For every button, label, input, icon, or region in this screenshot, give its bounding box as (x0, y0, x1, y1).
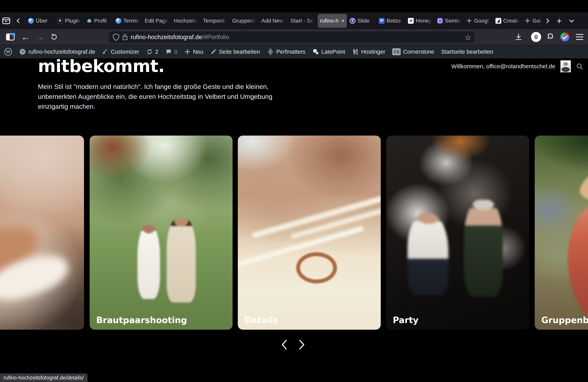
admin-edit-home-label: Startseite bearbeiten (441, 49, 493, 55)
admin-hostinger[interactable]: Hostinger (352, 48, 385, 55)
tab-temporaere[interactable]: Temporäre (201, 13, 230, 29)
downloads-button[interactable] (512, 29, 525, 45)
carousel-next-button[interactable] (296, 339, 308, 350)
status-link-text: rufino-hochzeitsfotograf.de/details/ (3, 375, 84, 381)
tab-close-icon[interactable]: × (341, 18, 345, 24)
admin-new-menu[interactable]: Neu (184, 49, 203, 55)
admin-cornerstone-label: Cornerstone (403, 49, 434, 55)
sidebar-icon (6, 33, 15, 41)
portfolio-card-brautpaarshooting[interactable]: Brautpaarshooting (90, 136, 232, 330)
page-title: mitbekommt. (38, 56, 165, 76)
admin-customizer-label: Customizer (111, 49, 139, 55)
s-purple-favicon (437, 18, 443, 24)
scroll-tabs-right-button[interactable] (541, 12, 553, 29)
tab-belize[interactable]: Belize (377, 13, 406, 29)
w-blue-favicon (379, 18, 385, 24)
admin-comments[interactable]: 0 (165, 48, 177, 55)
chevron-left-icon (280, 340, 288, 350)
tab-add-new[interactable]: Add New S (259, 13, 288, 29)
app-menu-button[interactable] (573, 29, 587, 45)
sidebar-toggle-button[interactable] (3, 29, 17, 45)
chevron-right-icon (544, 18, 549, 23)
plus-icon: + (557, 16, 562, 26)
r-app-favicon (57, 18, 63, 24)
admin-site-name: rufino-hochzeitsfotograf.de (28, 49, 95, 55)
wp-logo-menu[interactable]: W (4, 48, 12, 56)
admin-perfmatters[interactable]: Perfmatters (267, 48, 305, 55)
portfolio-card-hands[interactable] (0, 136, 84, 330)
chevron-left-icon (17, 18, 21, 23)
tab-ueber[interactable]: Über (26, 13, 55, 29)
card-caption: Party (393, 315, 419, 325)
car-favicon (86, 18, 92, 24)
carousel-prev-button[interactable] (278, 339, 290, 350)
puzzle-icon (546, 33, 555, 41)
search-icon[interactable] (576, 63, 583, 70)
tab-rufino-active[interactable]: rufino-h× (318, 14, 347, 28)
tab-goo[interactable]: Goo (522, 13, 540, 29)
admin-updates[interactable]: 2 (146, 48, 158, 55)
admin-comments-count: 0 (174, 49, 177, 55)
admin-edit-page[interactable]: Seite bearbeiten (210, 49, 260, 55)
admin-cornerstone[interactable]: CS Cornerstone (392, 48, 434, 55)
extensions-button[interactable] (544, 29, 557, 45)
portfolio-card-gruppenbilder[interactable]: Gruppenbilder (535, 136, 588, 330)
forward-arrow-icon: → (35, 32, 44, 42)
tab-create[interactable]: Create (493, 13, 522, 29)
tab-strip: Über Plugin Profil Termin Edit Page Hoch… (0, 12, 588, 29)
back-arrow-icon: ← (21, 32, 30, 42)
new-tab-button[interactable]: + (553, 12, 566, 29)
tab-hochzeits[interactable]: Hochzeits (171, 13, 201, 29)
hamburger-icon (576, 34, 583, 40)
browser-window: Über Plugin Profil Termin Edit Page Hoch… (0, 0, 588, 382)
admin-edit-page-label: Seite bearbeiten (219, 49, 260, 55)
tab-plugin[interactable]: Plugin (55, 13, 84, 29)
gemini-favicon (466, 18, 472, 24)
scroll-tabs-left-button[interactable] (13, 12, 25, 29)
vertical-tabs-button[interactable] (0, 12, 12, 29)
portfolio-card-party[interactable]: Party (386, 136, 529, 330)
status-link-tooltip: rufino-hochzeitsfotograf.de/details/ (0, 373, 87, 382)
chevron-right-icon (298, 340, 306, 350)
tab-semss[interactable]: Semss (435, 13, 464, 29)
navigation-toolbar: ← → rufino-hochzeitsfotograf.de/#Portfol… (0, 29, 588, 45)
list-all-tabs-button[interactable] (566, 12, 578, 29)
site-gauge-icon (19, 48, 26, 55)
card-caption: Gruppenbilder (541, 315, 588, 325)
tab-google[interactable]: Googl (464, 13, 493, 29)
admin-latepoint[interactable]: LatePoint (313, 48, 345, 55)
url-domain: rufino-hochzeitsfotograf.de (131, 34, 202, 41)
comment-bubble-icon (165, 48, 172, 55)
card-caption: Details (244, 315, 278, 325)
forward-button[interactable]: → (33, 29, 46, 45)
tab-gruppenbi[interactable]: Gruppenbi (230, 13, 259, 29)
tab-edit-page[interactable]: Edit Page (142, 13, 171, 29)
reload-button[interactable] (48, 29, 60, 45)
color-check-extension-button[interactable] (558, 29, 572, 45)
admin-site-menu[interactable]: rufino-hochzeitsfotograf.de (19, 48, 95, 55)
globe-favicon (28, 18, 34, 24)
admin-customizer[interactable]: Customizer (102, 49, 139, 55)
tab-start-seite[interactable]: Start - Sei (288, 13, 317, 29)
admin-new-label: Neu (193, 49, 203, 55)
tab-list: Über Plugin Profil Termin Edit Page Hoch… (26, 12, 540, 29)
tab-termin[interactable]: Termin (113, 13, 142, 29)
perfmatters-diamond-icon (267, 48, 274, 55)
wordpress-logo-icon: W (4, 48, 12, 56)
tab-profil[interactable]: Profil (84, 13, 113, 29)
ghostery-extension-button[interactable]: 0 (529, 29, 543, 45)
avatar[interactable] (560, 60, 571, 72)
globe-favicon (116, 18, 121, 24)
admin-edit-home[interactable]: Startseite bearbeiten (441, 49, 493, 55)
portfolio-card-details[interactable]: Details (238, 136, 381, 330)
archive-box-icon (2, 18, 10, 24)
tab-honey[interactable]: Honey (406, 13, 435, 29)
color-wheel-icon (560, 32, 569, 42)
url-path: /#Portfolio (202, 34, 229, 41)
brush-icon (102, 49, 108, 55)
tab-slide[interactable]: Slide (347, 13, 377, 29)
reload-icon (50, 33, 58, 41)
url-bar[interactable]: rufino-hochzeitsfotograf.de/#Portfolio ☆ (109, 32, 474, 43)
back-button[interactable]: ← (20, 29, 32, 45)
bookmark-star-icon[interactable]: ☆ (465, 33, 471, 42)
